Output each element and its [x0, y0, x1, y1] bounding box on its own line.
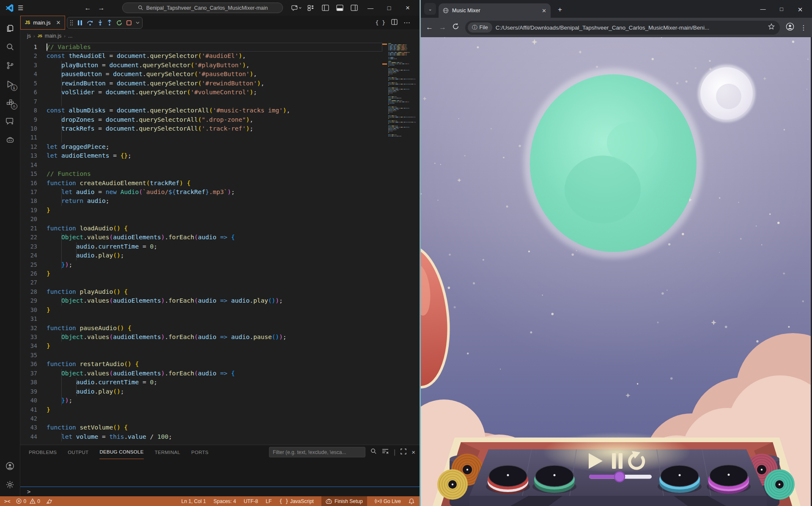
back-arrow-icon[interactable]: ←	[84, 4, 91, 12]
close-panel-icon[interactable]: ×	[411, 449, 415, 456]
indentation[interactable]: Spaces: 4	[214, 498, 236, 504]
chevron-down-icon[interactable]	[136, 22, 140, 24]
minimap[interactable]	[382, 41, 420, 445]
settings-gear-icon[interactable]	[0, 475, 20, 494]
code-line[interactable]: 16function createAudioElement(trackRef) …	[20, 179, 382, 188]
browser-close-button[interactable]: ✕	[791, 6, 809, 14]
profile-avatar-icon[interactable]	[786, 22, 794, 33]
code-line[interactable]: 31	[20, 315, 382, 323]
sidebar-item-extensions[interactable]: ⚠	[0, 93, 20, 112]
code-line[interactable]: 23 audio.currentTime = 0;	[20, 242, 382, 251]
url-text[interactable]: C:/Users/Affil/Downloads/Benipal_Tapshve…	[496, 25, 765, 31]
drag-handle-icon[interactable]	[70, 20, 73, 26]
restart-icon[interactable]	[116, 20, 122, 26]
encoding[interactable]: UTF-8	[244, 498, 258, 504]
drop-zone-blue[interactable]	[658, 465, 702, 493]
problems-status[interactable]: 0 0	[16, 498, 40, 504]
code-line[interactable]: 2const theAudioEl = document.querySelect…	[20, 52, 382, 60]
code-line[interactable]: 36function restartAudio() {	[20, 360, 382, 369]
bookmark-star-icon[interactable]	[768, 23, 775, 32]
forward-arrow-icon[interactable]: →	[98, 4, 104, 12]
volume-slider-thumb[interactable]	[614, 472, 625, 482]
drop-zone-magenta[interactable]	[707, 465, 751, 494]
toggle-secondary-sidebar-icon[interactable]	[348, 3, 360, 14]
tab-close-icon[interactable]: ✕	[56, 19, 60, 26]
new-tab-button[interactable]: +	[554, 4, 566, 16]
browser-maximize-button[interactable]: □	[772, 6, 791, 14]
drop-zone-green[interactable]	[532, 465, 576, 493]
code-line[interactable]: 41}	[20, 405, 382, 414]
sidebar-item-chat[interactable]	[0, 112, 20, 131]
code-line[interactable]: 28function playAudio() {	[20, 287, 382, 296]
sidebar-item-copilot[interactable]	[0, 131, 20, 149]
code-line[interactable]: 34}	[20, 342, 382, 350]
code-line[interactable]: 15// Functions	[20, 170, 382, 178]
browser-forward-icon[interactable]: →	[439, 23, 446, 32]
code-line[interactable]: 13let audioElements = {};	[20, 151, 382, 160]
code-line[interactable]: 14	[20, 161, 382, 170]
sidebar-item-source-control[interactable]	[0, 56, 20, 75]
maximize-panel-icon[interactable]	[401, 449, 406, 456]
code-line[interactable]: 42	[20, 414, 382, 423]
panel-tab-debug-console[interactable]: DEBUG CONSOLE	[99, 445, 143, 459]
debug-pause-icon[interactable]	[77, 20, 82, 26]
url-bar[interactable]: ⓘ File C:/Users/Affil/Downloads/Benipal_…	[465, 21, 780, 35]
code-line[interactable]: 24 audio.play();	[20, 251, 382, 260]
code-line[interactable]: 29 Object.values(audioElements).forEach(…	[20, 296, 382, 305]
panel-tab-ports[interactable]: PORTS	[191, 445, 208, 459]
vinyl-teal[interactable]	[764, 469, 795, 500]
panel-tab-output[interactable]: OUTPUT	[68, 445, 88, 459]
split-editor-icon[interactable]	[391, 19, 398, 27]
sidebar-item-explorer[interactable]	[0, 19, 20, 38]
debug-status-icon[interactable]	[46, 498, 52, 504]
language-mode[interactable]: { } JavaScript	[279, 498, 314, 504]
remote-indicator[interactable]: ><	[4, 498, 10, 504]
code-line[interactable]: 43function setVolume() {	[20, 423, 382, 432]
code-line[interactable]: 32function pauseAudio() {	[20, 324, 382, 333]
stop-icon[interactable]	[126, 20, 132, 25]
code-line[interactable]: 21function loadAudio() {	[20, 224, 382, 233]
step-into-icon[interactable]	[98, 20, 103, 26]
code-line[interactable]: 22 Object.values(audioElements).forEach(…	[20, 233, 382, 242]
code-line[interactable]: 20	[20, 215, 382, 224]
tab-main-js[interactable]: JS main.js ✕	[20, 16, 65, 30]
panel-search-icon[interactable]	[370, 448, 377, 456]
toggle-panel-icon[interactable]	[333, 3, 346, 14]
code-line[interactable]: 40 });	[20, 396, 382, 405]
sidebar-item-run-debug[interactable]: 1	[0, 75, 20, 93]
code-line[interactable]: 3 playButton = document.querySelector('#…	[20, 61, 382, 70]
finish-setup-button[interactable]: Finish Setup	[321, 496, 367, 506]
code-line[interactable]: 30}	[20, 306, 382, 315]
code-line[interactable]: 44 let volume = this.value / 100;	[20, 432, 382, 441]
minimize-button[interactable]: —	[362, 2, 379, 14]
code-line[interactable]: 27	[20, 278, 382, 287]
breadcrumb-folder[interactable]: js	[27, 33, 31, 39]
browser-back-icon[interactable]: ←	[426, 23, 433, 32]
code-lines[interactable]: 1// Variables2const theAudioEl = documen…	[20, 41, 382, 445]
more-actions-icon[interactable]: ⋯	[403, 19, 410, 27]
file-scheme-chip[interactable]: ⓘ File	[468, 22, 492, 33]
accounts-icon[interactable]	[0, 457, 20, 475]
code-line[interactable]: 39 audio.play();	[20, 387, 382, 396]
code-line[interactable]: 11	[20, 133, 382, 142]
tab-close-icon[interactable]: ✕	[542, 8, 546, 14]
command-center-search[interactable]: Benipal_Tapshveer_Cano_Carlos_MusicMixer…	[122, 3, 283, 13]
notifications-bell-icon[interactable]	[409, 498, 414, 504]
panel-tab-problems[interactable]: PROBLEMS	[29, 445, 57, 459]
debug-filter-input[interactable]	[269, 447, 365, 457]
breadcrumb[interactable]: js › JS main.js › ...	[20, 30, 420, 41]
eol-sequence[interactable]: LF	[266, 498, 272, 504]
close-button[interactable]: ×	[399, 2, 416, 14]
code-line[interactable]: 5 rewindButton = document.querySelector(…	[20, 79, 382, 88]
code-line[interactable]: 1// Variables	[20, 43, 382, 52]
code-line[interactable]: 17 let audio = new Audio(`audio/${trackR…	[20, 188, 382, 197]
debug-console-input[interactable]: >	[20, 487, 420, 496]
maximize-button[interactable]: □	[381, 2, 398, 14]
open-changes-icon[interactable]: { }	[376, 19, 385, 26]
clear-console-icon[interactable]	[382, 449, 389, 456]
code-line[interactable]: 12let draggedPiece;	[20, 142, 382, 151]
cursor-position[interactable]: Ln 1, Col 1	[181, 498, 206, 504]
code-line[interactable]: 7	[20, 97, 382, 106]
debug-console-output[interactable]	[20, 459, 420, 487]
browser-minimize-button[interactable]: —	[754, 6, 772, 14]
